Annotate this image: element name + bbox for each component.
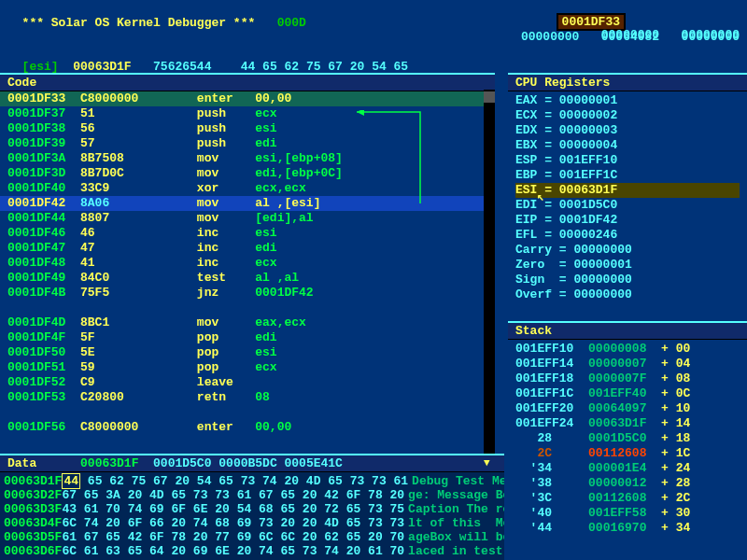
stack-row[interactable]: 001EFF18 0000007F + 08 [515,371,747,386]
code-row[interactable]: 0001DF42 8A06 mov al ,[esi] [0,196,495,211]
register-row-edi[interactable]: EDI = 0001D5C0 [515,198,740,213]
cursor-icon: ↖ [537,189,544,204]
stack-row[interactable]: '34 000001E4 + 24 [515,461,747,476]
code-row[interactable]: 0001DF4F 5F pop edi [0,330,495,345]
title-code: 000D [277,16,306,30]
stack-row[interactable]: 001EFF24 00063D1F + 14 [515,416,747,431]
stack-header: Stack [508,321,747,340]
register-row-ebx[interactable]: EBX = 00000004 [515,138,740,153]
code-row[interactable]: 0001DF56 C8000000 enter 00,00 [0,420,495,435]
code-row[interactable]: 0001DF4B 75F5 jnz 0001DF42 [0,286,495,301]
code-row[interactable]: 0001DF33 C8000000 enter 00,00 [0,91,495,106]
stack-row[interactable]: '38 00000012 + 28 [515,476,747,491]
scrollbar-thumb[interactable] [484,91,495,103]
data-row[interactable]: 00063D6F6C 61 63 65 64 20 69 6E 20 74 65… [0,544,504,558]
code-row[interactable]: 0001DF44 8807 mov [edi],al [0,211,495,226]
code-row[interactable]: 0001DF47 47 inc edi [0,241,495,256]
code-row[interactable]: 0001DF39 57 push edi [0,136,495,151]
code-row[interactable]: 0001DF52 C9 leave [0,375,495,390]
code-header: Code [0,73,495,91]
code-row[interactable]: 0001DF46 46 inc esi [0,226,495,241]
stack-row[interactable]: 001EFF1C 001EFF40 + 0C [515,386,747,401]
data-row[interactable]: 00063D5F61 67 65 42 6F 78 20 77 69 6C 6C… [0,530,504,544]
register-row-ecx[interactable]: ECX = 00000002 [515,108,740,123]
register-row-sign[interactable]: Sign = 00000000 [515,273,740,287]
data-addr-primary: 00063D1F [80,456,138,470]
app-title: *** Solar OS Kernel Debugger *** [22,16,256,30]
stack-row[interactable]: 28 0001D5C0 + 18 [515,431,747,446]
top-right-2: 00000000 [682,28,740,42]
stack-panel: Stack 001EFF10 00000008 + 00001EFF14 000… [508,317,747,560]
code-row[interactable]: 0001DF49 84C0 test al ,al [0,271,495,286]
stack-body[interactable]: 001EFF10 00000008 + 00001EFF14 00000007 … [508,340,747,560]
code-row[interactable]: 0001DF4D 8BC1 mov eax,ecx [0,315,495,330]
register-row-overf[interactable]: Overf = 00000000 [515,287,740,302]
data-row[interactable]: 00063D2F67 65 3A 20 4D 65 73 73 61 67 65… [0,488,504,502]
code-row[interactable]: 0001DF50 5E pop esi [0,345,495,360]
data-body[interactable]: 00063D1F44 65 62 75 67 20 54 65 73 74 20… [0,472,504,560]
code-row[interactable]: 0001DF40 33C9 xor ecx,ecx [0,181,495,196]
code-row[interactable] [0,301,495,315]
code-panel: Code 0001DF33 C8000000 enter 00,000001DF… [0,69,495,465]
data-row[interactable]: 00063D3F43 61 70 74 69 6F 6E 20 54 68 65… [0,502,504,516]
code-scrollbar[interactable] [484,90,495,457]
register-row-edx[interactable]: EDX = 00000003 [515,123,740,138]
code-row[interactable]: 0001DF51 59 pop ecx [0,360,495,375]
dropdown-triangle-icon[interactable]: ▼ [484,457,490,469]
top-num-1: 00000000 [521,30,579,44]
data-label: Data [7,456,36,470]
code-row[interactable]: 0001DF38 56 push esi [0,121,495,136]
code-row[interactable]: 0001DF37 51 push ecx [0,106,495,121]
register-row-efl[interactable]: EFL = 00000246 [515,228,740,243]
register-row-eax[interactable]: EAX = 00000001 [515,93,740,108]
register-row-eip[interactable]: EIP = 0001DF42 [515,213,740,228]
registers-header: CPU Registers [508,73,747,91]
stack-row[interactable]: 001EFF10 00000008 + 00 [515,342,747,357]
register-row-zero[interactable]: Zero = 00000001 [515,258,740,273]
code-row[interactable]: 0001DF48 41 inc ecx [0,256,495,271]
register-row-esp[interactable]: ESP = 001EFF10 [515,153,740,168]
data-addr-list: 0001D5C0 0000B5DC 0005E41C [153,456,343,470]
stack-row[interactable]: 001EFF14 00000007 + 04 [515,357,747,371]
code-row[interactable]: 0001DF53 C20800 retn 08 [0,390,495,405]
code-body[interactable]: 0001DF33 C8000000 enter 00,000001DF37 51… [0,91,495,465]
stack-row[interactable]: 2C 00112608 + 1C [515,446,747,461]
register-row-ebp[interactable]: EBP = 001EFF1C [515,168,740,183]
registers-panel: CPU Registers EAX = 00000001ECX = 000000… [508,69,747,304]
register-row-esi[interactable]: ESI = 00063D1F [515,183,740,198]
stack-row[interactable]: '3C 00112608 + 2C [515,491,747,506]
data-row[interactable]: 00063D4F6C 74 20 6F 66 20 74 68 69 73 20… [0,516,504,530]
data-header: Data 00063D1F 0001D5C0 0000B5DC 0005E41C [0,454,504,472]
stack-row[interactable]: 001EFF20 00064097 + 10 [515,401,747,416]
stack-row[interactable]: '44 00016970 + 34 [515,521,747,536]
code-row[interactable]: 0001DF3D 8B7D0C mov edi,[ebp+0C] [0,166,495,181]
data-panel: Data 00063D1F 0001D5C0 0000B5DC 0005E41C… [0,454,504,560]
top-right-1: 00000000 [601,28,659,42]
register-row-carry[interactable]: Carry = 00000000 [515,243,740,258]
data-row[interactable]: 00063D1F44 65 62 75 67 20 54 65 73 74 20… [0,474,504,488]
code-row[interactable] [0,405,495,420]
code-row[interactable]: 0001DF3A 8B7508 mov esi,[ebp+08] [0,151,495,166]
stack-row[interactable]: '40 001EFF58 + 30 [515,506,747,521]
